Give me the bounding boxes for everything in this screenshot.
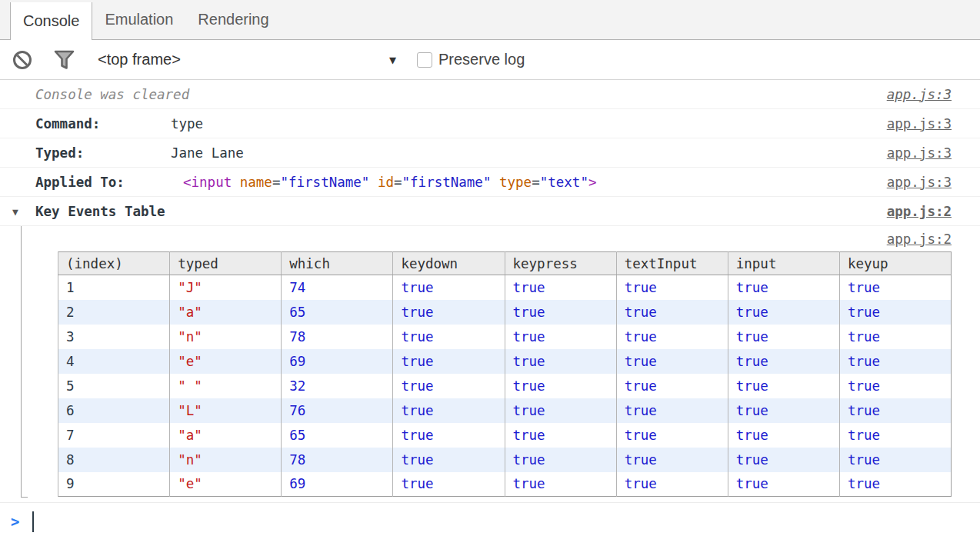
token-plain	[232, 175, 240, 190]
cell-index: 1	[58, 275, 170, 300]
cell-textInput: true	[616, 325, 728, 349]
cell-which: 74	[282, 275, 393, 300]
html-element-preview[interactable]: <input name="firstName" id="firstName" t…	[183, 175, 596, 190]
cell-keypress: true	[505, 423, 616, 448]
column-header-index[interactable]: (index)	[58, 252, 170, 275]
cell-input: true	[728, 325, 839, 349]
cell-typed: "e"	[170, 472, 282, 497]
column-header-keypress[interactable]: keypress	[505, 252, 616, 275]
cell-typed: "n"	[170, 448, 282, 472]
column-header-which[interactable]: which	[282, 252, 393, 275]
disclosure-triangle-icon[interactable]: ▼	[12, 205, 18, 217]
cell-input: true	[728, 472, 839, 497]
chevron-down-icon: ▼	[389, 53, 396, 67]
preserve-log-checkbox[interactable]	[417, 52, 432, 68]
console-message-typed: Typed: Jane Lane app.js:3	[0, 138, 980, 168]
cell-keydown: true	[393, 423, 505, 448]
table-row[interactable]: 5" "32truetruetruetruetrue	[58, 374, 952, 398]
cell-keydown: true	[393, 448, 505, 472]
table-row[interactable]: 9"e"69truetruetruetruetrue	[58, 472, 952, 497]
table-row[interactable]: 7"a"65truetruetruetruetrue	[58, 423, 952, 448]
cell-textInput: true	[616, 448, 728, 472]
token-attr: type	[499, 175, 532, 190]
source-link[interactable]: app.js:2	[887, 204, 952, 219]
cleared-message-text: Console was cleared	[35, 87, 189, 102]
preserve-log-label[interactable]: Preserve log	[438, 51, 525, 68]
cell-typed: "a"	[170, 300, 282, 325]
cell-keypress: true	[505, 349, 616, 374]
table-row[interactable]: 4"e"69truetruetruetruetrue	[58, 349, 952, 374]
group-indent-guide	[21, 226, 28, 498]
cell-keydown: true	[393, 349, 505, 374]
group-title: Key Events Table	[35, 204, 165, 219]
token-plain: =	[532, 175, 540, 190]
column-header-keydown[interactable]: keydown	[393, 252, 505, 275]
column-header-typed[interactable]: typed	[170, 252, 282, 275]
token-attr: name	[240, 175, 272, 190]
table-row[interactable]: 1"J"74truetruetruetruetrue	[58, 275, 952, 300]
console-group-content: app.js:2 (index)typedwhichkeydownkeypres…	[0, 226, 980, 503]
cell-typed: "a"	[170, 423, 282, 448]
column-header-textInput[interactable]: textInput	[616, 252, 728, 275]
table-row[interactable]: 8"n"78truetruetruetruetrue	[58, 448, 952, 472]
table-row[interactable]: 3"n"78truetruetruetruetrue	[58, 325, 952, 349]
cell-index: 5	[58, 374, 170, 398]
cell-input: true	[728, 275, 839, 300]
cell-which: 65	[282, 300, 393, 325]
cell-keydown: true	[393, 374, 505, 398]
source-link[interactable]: app.js:3	[887, 175, 952, 190]
cell-keydown: true	[393, 300, 505, 325]
table-row[interactable]: 6"L"76truetruetruetruetrue	[58, 398, 952, 423]
cell-which: 76	[282, 398, 393, 423]
source-link[interactable]: app.js:2	[887, 231, 952, 247]
cell-keydown: true	[393, 325, 505, 349]
message-value: type	[171, 116, 203, 132]
message-label: Typed:	[35, 145, 171, 161]
clear-console-icon[interactable]	[13, 51, 32, 69]
cell-keypress: true	[505, 374, 616, 398]
cell-which: 69	[282, 349, 393, 374]
token-val: "text"	[540, 175, 588, 190]
source-link[interactable]: app.js:3	[887, 145, 952, 161]
cell-which: 32	[282, 374, 393, 398]
cell-which: 78	[282, 325, 393, 349]
cell-index: 9	[58, 472, 170, 497]
column-header-keyup[interactable]: keyup	[839, 252, 951, 275]
tab-console[interactable]: Console	[10, 2, 92, 40]
console-message-applied-to: Applied To: <input name="firstName" id="…	[0, 168, 980, 197]
console-group-header-key-events-table[interactable]: ▼ Key Events Table app.js:2	[0, 197, 980, 226]
cell-index: 7	[58, 423, 170, 448]
cell-keyup: true	[839, 325, 951, 349]
filter-icon[interactable]	[54, 50, 75, 70]
cell-textInput: true	[616, 472, 728, 497]
cell-input: true	[728, 349, 839, 374]
cell-index: 2	[58, 300, 170, 325]
cell-keyup: true	[839, 275, 951, 300]
cell-textInput: true	[616, 423, 728, 448]
source-link[interactable]: app.js:3	[887, 116, 952, 132]
cell-textInput: true	[616, 349, 728, 374]
tab-rendering[interactable]: Rendering	[185, 0, 281, 39]
cell-textInput: true	[616, 300, 728, 325]
cell-index: 8	[58, 448, 170, 472]
tab-emulation[interactable]: Emulation	[92, 0, 185, 39]
frame-selector-dropdown[interactable]: <top frame> ▼	[98, 51, 396, 68]
table-row[interactable]: 2"a"65truetruetruetruetrue	[58, 300, 952, 325]
cell-typed: "J"	[170, 275, 282, 300]
cell-keyup: true	[839, 300, 951, 325]
cell-keyup: true	[839, 374, 951, 398]
console-message-command: Command: type app.js:3	[0, 109, 980, 138]
funnel-icon	[54, 50, 75, 70]
cell-typed: "L"	[170, 398, 282, 423]
cell-keydown: true	[393, 398, 505, 423]
console-prompt-input[interactable]: >	[0, 503, 980, 540]
cell-input: true	[728, 448, 839, 472]
console-message-cleared: Console was cleared app.js:3	[0, 80, 980, 109]
devtools-tab-bar: Console Emulation Rendering	[0, 0, 980, 40]
source-link[interactable]: app.js:3	[887, 87, 952, 102]
text-cursor	[32, 511, 34, 532]
cell-keyup: true	[839, 472, 951, 497]
cell-index: 4	[58, 349, 170, 374]
token-tag: <input	[183, 175, 232, 190]
column-header-input[interactable]: input	[728, 252, 839, 275]
